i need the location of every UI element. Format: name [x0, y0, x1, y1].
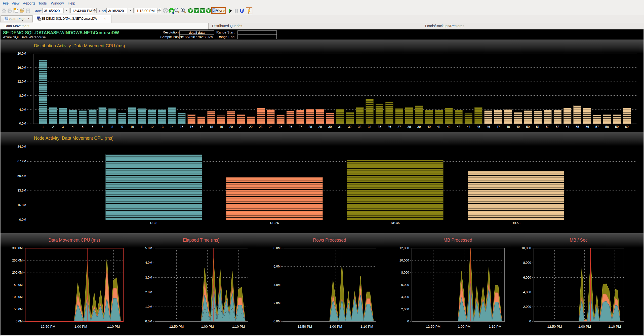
svg-text:38: 38 — [408, 125, 411, 129]
svg-text:6: 6 — [92, 125, 94, 129]
svg-text:300.0M: 300.0M — [12, 246, 23, 250]
svg-text:0.0M: 0.0M — [19, 122, 26, 125]
svg-text:12:50 PM: 12:50 PM — [426, 325, 440, 328]
svg-text:26: 26 — [289, 125, 292, 129]
svg-text:54: 54 — [566, 125, 569, 129]
svg-text:5.0M: 5.0M — [145, 246, 152, 250]
svg-text:1:00 PM: 1:00 PM — [578, 325, 591, 328]
svg-text:1:00 PM: 1:00 PM — [74, 325, 87, 328]
svg-text:12: 12 — [150, 125, 154, 129]
svg-text:150.0M: 150.0M — [12, 283, 23, 287]
svg-text:40: 40 — [427, 125, 431, 129]
svg-text:1:00 PM: 1:00 PM — [201, 325, 214, 328]
svg-text:250.0M: 250.0M — [12, 259, 23, 262]
svg-text:1:10 PM: 1:10 PM — [360, 325, 373, 328]
svg-text:9: 9 — [122, 125, 123, 129]
svg-text:1:00 PM: 1:00 PM — [458, 325, 470, 328]
svg-text:33: 33 — [358, 125, 361, 129]
svg-text:2.0M: 2.0M — [273, 302, 280, 305]
svg-text:55: 55 — [576, 125, 579, 129]
svg-text:12:50 PM: 12:50 PM — [547, 325, 562, 328]
svg-text:8.0M: 8.0M — [273, 246, 280, 250]
svg-text:84.0M: 84.0M — [17, 145, 26, 148]
svg-text:16.0M: 16.0M — [17, 66, 26, 69]
svg-text:50: 50 — [526, 125, 530, 129]
svg-text:13: 13 — [160, 125, 164, 129]
svg-text:30: 30 — [328, 125, 332, 129]
svg-text:3.0M: 3.0M — [145, 276, 152, 279]
svg-text:1:10 PM: 1:10 PM — [608, 325, 621, 328]
svg-text:16.8M: 16.8M — [17, 203, 26, 207]
svg-text:2.0M: 2.0M — [145, 290, 152, 294]
svg-text:39: 39 — [417, 125, 421, 129]
svg-text:0: 0 — [529, 320, 531, 323]
svg-text:4,000: 4,000 — [401, 295, 409, 299]
svg-text:0.0M: 0.0M — [19, 218, 26, 221]
svg-text:7: 7 — [102, 125, 103, 129]
svg-text:44: 44 — [467, 125, 470, 129]
svg-text:49: 49 — [516, 125, 520, 129]
svg-text:29: 29 — [318, 125, 322, 129]
svg-text:DB.46: DB.46 — [391, 221, 400, 225]
svg-text:DB.8: DB.8 — [150, 221, 157, 225]
svg-text:1: 1 — [42, 125, 44, 129]
svg-text:19: 19 — [219, 125, 223, 129]
svg-text:41: 41 — [437, 125, 440, 129]
svg-text:4.0M: 4.0M — [145, 261, 152, 265]
svg-text:11: 11 — [140, 125, 144, 129]
svg-text:46: 46 — [487, 125, 490, 129]
svg-text:48: 48 — [506, 125, 510, 129]
svg-text:14: 14 — [170, 125, 174, 129]
svg-text:57: 57 — [595, 125, 599, 129]
svg-text:50.0M: 50.0M — [14, 308, 23, 311]
svg-text:31: 31 — [338, 125, 342, 129]
svg-text:50.4M: 50.4M — [17, 174, 26, 178]
svg-text:60: 60 — [625, 125, 629, 129]
svg-text:0.0M: 0.0M — [145, 320, 152, 323]
svg-text:18: 18 — [210, 125, 213, 129]
svg-text:10,000: 10,000 — [399, 259, 409, 262]
svg-text:4,000: 4,000 — [523, 290, 531, 294]
svg-text:45: 45 — [477, 125, 480, 129]
svg-text:4.0M: 4.0M — [19, 108, 26, 111]
svg-text:8,000: 8,000 — [523, 261, 531, 265]
svg-text:6,000: 6,000 — [401, 283, 409, 287]
svg-text:8,000: 8,000 — [401, 271, 409, 274]
svg-text:32: 32 — [348, 125, 352, 129]
svg-text:37: 37 — [397, 125, 401, 129]
svg-text:2: 2 — [52, 125, 54, 129]
svg-text:36: 36 — [388, 125, 391, 129]
svg-text:DB.58: DB.58 — [512, 221, 520, 225]
svg-text:23: 23 — [259, 125, 263, 129]
svg-text:0.0M: 0.0M — [273, 320, 280, 323]
svg-text:17: 17 — [200, 125, 203, 129]
svg-text:1:10 PM: 1:10 PM — [107, 325, 120, 328]
svg-text:8: 8 — [111, 125, 113, 129]
svg-text:1:10 PM: 1:10 PM — [489, 325, 501, 328]
svg-text:51: 51 — [536, 125, 540, 129]
svg-text:12:50 PM: 12:50 PM — [297, 325, 312, 328]
svg-text:53: 53 — [556, 125, 559, 129]
svg-text:0.0M: 0.0M — [16, 320, 23, 323]
svg-text:4.0M: 4.0M — [273, 283, 280, 287]
svg-text:16: 16 — [190, 125, 193, 129]
svg-text:24: 24 — [269, 125, 272, 129]
svg-text:4: 4 — [72, 125, 74, 129]
svg-text:200.0M: 200.0M — [12, 271, 23, 274]
svg-text:1:10 PM: 1:10 PM — [232, 325, 245, 328]
svg-text:59: 59 — [615, 125, 619, 129]
svg-text:21: 21 — [239, 125, 243, 129]
svg-text:10,000: 10,000 — [521, 246, 531, 250]
svg-text:42: 42 — [447, 125, 451, 129]
svg-text:12,000: 12,000 — [399, 246, 409, 250]
svg-text:12:50 PM: 12:50 PM — [169, 325, 184, 328]
svg-text:10: 10 — [130, 125, 134, 129]
svg-text:34: 34 — [368, 125, 371, 129]
svg-text:47: 47 — [496, 125, 500, 129]
svg-text:100.0M: 100.0M — [12, 295, 23, 299]
svg-text:20.0M: 20.0M — [17, 52, 26, 55]
svg-text:20: 20 — [229, 125, 233, 129]
svg-text:1.0M: 1.0M — [145, 305, 152, 309]
svg-text:35: 35 — [378, 125, 381, 129]
svg-text:52: 52 — [546, 125, 549, 129]
